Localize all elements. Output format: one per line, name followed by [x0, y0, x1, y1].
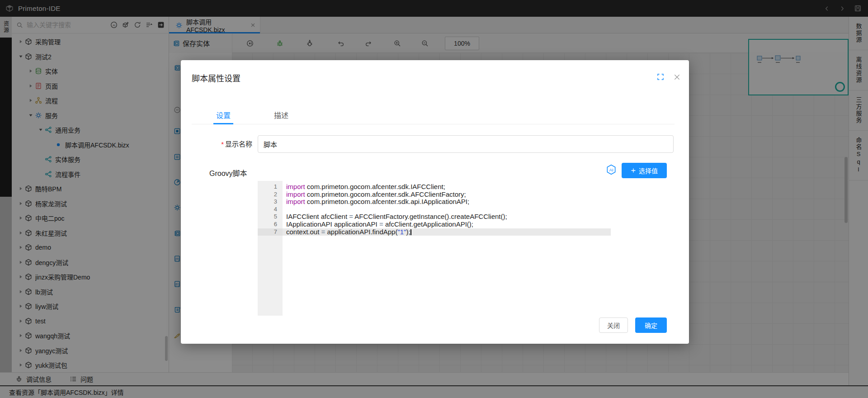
code-line: import com.primeton.gocom.afcenter.sdk.A…	[283, 191, 674, 199]
tab-settings[interactable]: 设置	[216, 105, 231, 124]
display-name-field[interactable]	[258, 135, 674, 153]
line-number-gutter: 1234567	[258, 181, 283, 316]
required-asterisk: *	[221, 140, 224, 148]
display-name-label: *显示名称	[181, 135, 252, 153]
ai-assist-icon[interactable]: AI	[605, 163, 618, 176]
plus-icon	[631, 168, 636, 173]
line-number: 3	[258, 198, 283, 206]
code-line: IAFCClient afcClient = AFCClientFactory.…	[283, 213, 674, 221]
code-line: import com.primeton.gocom.afcenter.sdk.a…	[283, 198, 674, 206]
line-number: 2	[258, 191, 283, 199]
groovy-script-label: Groovy脚本	[209, 167, 247, 178]
dialog-title: 脚本属性设置	[192, 72, 241, 84]
close-button[interactable]: 关闭	[599, 317, 628, 333]
script-properties-dialog: 脚本属性设置 设置 描述 *显示名称 Groovy脚本 AI 选择值 12345…	[181, 60, 689, 344]
ok-button[interactable]: 确定	[635, 317, 667, 333]
close-icon[interactable]	[673, 73, 681, 81]
groovy-code-editor[interactable]: 1234567 import com.primeton.gocom.afcent…	[258, 181, 674, 316]
line-number: 5	[258, 213, 283, 221]
select-value-button[interactable]: 选择值	[622, 163, 667, 178]
code-line	[283, 206, 674, 213]
text-cursor	[410, 229, 411, 235]
line-number: 6	[258, 221, 283, 228]
line-number: 1	[258, 183, 283, 191]
app-window: Primeton-IDE 资源 AI 采购管理测试2实体页面流程服务通用业务脚本…	[0, 0, 868, 398]
code-line: IApplicationAPI applicationAPI = afcClie…	[283, 221, 674, 228]
code-lines[interactable]: import com.primeton.gocom.afcenter.sdk.I…	[283, 181, 674, 316]
code-line: context.out = applicationAPI.findApp("1"…	[283, 228, 674, 236]
tab-description[interactable]: 描述	[274, 105, 288, 124]
code-line: import com.primeton.gocom.afcenter.sdk.I…	[283, 183, 674, 191]
svg-text:AI: AI	[609, 167, 613, 172]
line-number: 7	[258, 228, 283, 236]
line-number: 4	[258, 206, 283, 213]
fullscreen-icon[interactable]	[656, 73, 665, 81]
dialog-tabs: 设置 描述	[192, 105, 675, 124]
